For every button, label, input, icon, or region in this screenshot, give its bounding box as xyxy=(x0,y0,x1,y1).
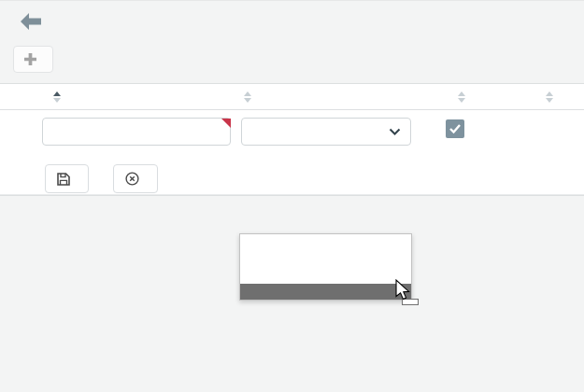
sort-icon xyxy=(244,91,251,103)
checkbox-check-icon xyxy=(449,124,461,133)
tooltip xyxy=(402,299,419,305)
dropdown-option-highlighted[interactable] xyxy=(240,284,411,301)
plus-icon xyxy=(24,53,36,65)
cancel-button[interactable] xyxy=(113,164,158,193)
action-types-page xyxy=(0,0,584,392)
name-input[interactable] xyxy=(42,118,231,146)
header-system[interactable] xyxy=(483,91,584,103)
back-arrow-icon xyxy=(21,13,41,30)
dropdown-option[interactable] xyxy=(240,251,411,268)
dropdown-option[interactable] xyxy=(240,234,411,251)
view-select[interactable] xyxy=(241,118,411,146)
dropdown-option[interactable] xyxy=(240,267,411,284)
sort-icon xyxy=(458,91,465,103)
save-icon xyxy=(57,173,70,186)
chevron-down-icon xyxy=(389,128,401,135)
view-select-dropdown xyxy=(239,233,412,301)
back-button[interactable] xyxy=(21,13,41,30)
save-button[interactable] xyxy=(45,164,89,193)
header-active[interactable] xyxy=(432,91,483,103)
active-checkbox[interactable] xyxy=(446,119,464,138)
sort-icon xyxy=(53,91,61,103)
new-button[interactable] xyxy=(13,46,53,73)
sort-icon xyxy=(546,91,553,103)
table-header-row xyxy=(0,84,584,110)
cancel-icon xyxy=(125,172,139,186)
action-types-table xyxy=(0,83,584,196)
edit-row xyxy=(0,110,584,195)
header-name[interactable] xyxy=(40,91,235,103)
required-corner-marker xyxy=(221,119,231,128)
header-view[interactable] xyxy=(235,91,432,103)
